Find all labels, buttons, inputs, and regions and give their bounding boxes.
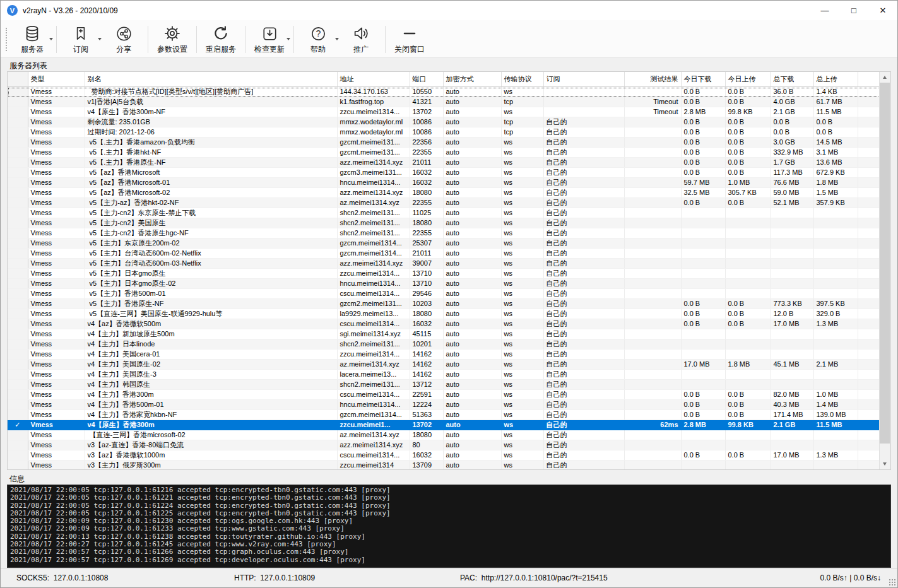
scrollbar-thumb[interactable] [880, 83, 890, 444]
table-row[interactable]: Vmessv3【az】香港微软1000mcscu.meimei1314...16… [8, 450, 880, 461]
cell-total_down: 171.4 MB [771, 410, 813, 420]
toolbar-button-promotion[interactable]: 推广 [340, 21, 382, 57]
table-row[interactable]: Vmess v5【主力】日本gmo原生-02hncu.meimei1314...… [8, 279, 880, 289]
toolbar-button-restart[interactable]: 重启服务 [199, 21, 242, 57]
column-header-network[interactable]: 传输协议 [501, 72, 543, 87]
row-marker-cell [8, 249, 28, 259]
cell-type: Vmess [28, 461, 85, 470]
table-row[interactable]: Vmessv4【主力】美国原生-3lacera.meimei13...14162… [8, 370, 880, 380]
column-header-today_down[interactable]: 今日下载 [681, 72, 725, 87]
scroll-up-button[interactable] [880, 72, 890, 83]
table-row[interactable]: Vmess v5【az】香港Microsoft-01hncu.meimei131… [8, 178, 880, 188]
cell-today_up [725, 461, 771, 470]
table-row[interactable]: Vmess 【直连-三网】香港microsoft-02az.meimei1314… [8, 430, 880, 440]
table-row[interactable]: Vmessv1|香港|A|5台负载k1.fastfrog.top41321aut… [8, 97, 880, 107]
table-row[interactable]: Vmessv3【az-直连】香港-80端口免流azz.meimei1314.xy… [8, 440, 880, 450]
table-row[interactable]: Vmessv4【原生】香港300m-NFzzcu.meimei1314...13… [8, 107, 880, 117]
table-row[interactable]: Vmessv4【主力】香港500m-01hncu.meimei1314...12… [8, 400, 880, 410]
column-header-type[interactable]: 类型 [28, 72, 85, 87]
table-row[interactable]: Vmessv4【az】香港微软500mcscu.meimei1314...160… [8, 319, 880, 329]
table-row[interactable]: Vmess v5【主力-az】香港hkt-02-NFaz.meimei1314.… [8, 198, 880, 208]
toolbar-button-help[interactable]: ? 帮助 [297, 21, 340, 57]
triangle-up-icon [883, 76, 887, 79]
cell-network: ws [501, 269, 543, 279]
cell-type: Vmess [28, 339, 85, 350]
table-row[interactable]: Vmess v5【主力】东京原生200m-02gzcm.meimei1314..… [8, 238, 880, 249]
table-row[interactable]: Vmessv4【主力】香港300mcscu.meimei1314...22591… [8, 390, 880, 400]
toolbar-grip[interactable] [6, 28, 7, 51]
column-header-test_result[interactable]: 测试结果 [624, 72, 681, 87]
table-row[interactable]: Vmessv4【主力】香港家宽hkbn-NFgzcm.meimei1314...… [8, 410, 880, 420]
table-row[interactable]: Vmessv4【主力】新加坡原生500msgi.meimei1314.xyz45… [8, 329, 880, 339]
vertical-scrollbar[interactable] [879, 72, 890, 469]
column-header-rowheader[interactable] [8, 72, 28, 87]
table-row[interactable]: ✓Vmessv4【原生】香港300mzzcu.meimei1...13702au… [8, 420, 880, 430]
cell-today_up: 0.0 B [725, 390, 771, 400]
column-header-port[interactable]: 端口 [410, 72, 443, 87]
close-button[interactable]: ✕ [868, 1, 897, 20]
table-row[interactable]: Vmess剩余流量: 235.01GBmmxz.wodetaylor.ml100… [8, 117, 880, 127]
cell-today_down: 0.0 B [681, 158, 725, 168]
column-header-security[interactable]: 加密方式 [443, 72, 501, 87]
cell-total_down: 4.0 GB [771, 97, 813, 107]
svg-text:?: ? [316, 28, 321, 38]
table-row[interactable]: Vmess v5【.主力】香港原生-NFazz.meimei1314.xyz21… [8, 158, 880, 168]
header-row: 类型别名地址端口加密方式传输协议订阅测试结果今日下载今日上传总下载总上传 [8, 72, 880, 87]
cell-today_down: 2.8 MB [681, 420, 725, 430]
cell-filler [858, 269, 880, 279]
table-row[interactable]: Vmess v5【az】香港Microsoftgzcm3.meimei131..… [8, 168, 880, 178]
table-row[interactable]: Vmess v5【主力】香港500m-01cscu.meimei1314...2… [8, 289, 880, 299]
table-row[interactable]: Vmess 赞助商:对接节点格式[ID][类型s/v/t][地区][赞助商广告]… [8, 87, 880, 97]
cell-total_up [813, 279, 858, 289]
table-row[interactable]: Vmess v5【az】香港Microsoft-02azz.meimei1314… [8, 188, 880, 198]
cell-total_down: 59.0 MB [771, 188, 813, 198]
table-row[interactable]: Vmessv4【主力】美国原生-02az.meimei1314.xyz14162… [8, 360, 880, 370]
toolbar-button-servers[interactable]: 服务器 [11, 21, 54, 57]
toolbar-button-check-update[interactable]: 检查更新 [248, 21, 291, 57]
column-header-total_down[interactable]: 总下载 [771, 72, 813, 87]
table-row[interactable]: Vmess v5【.主力】香港hkt-NFgzcmt.meimei131...2… [8, 148, 880, 158]
table-row[interactable]: Vmess v5【主力】台湾动态600m-03-Netflixazz.meime… [8, 259, 880, 269]
cell-total_down [771, 208, 813, 218]
table-row[interactable]: Vmessv4【主力】美国cera-01zzcu.meimei1314...14… [8, 350, 880, 360]
table-row[interactable]: Vmess v5【.主力】香港amazon-负载均衡gzcmt.meimei13… [8, 138, 880, 148]
table-row[interactable]: Vmess v5【直连-三网】美国原生-联通9929-hulu等la9929.m… [8, 309, 880, 319]
column-header-address[interactable]: 地址 [337, 72, 410, 87]
cell-port: 13710 [410, 269, 443, 279]
table-row[interactable]: Vmessv3【主力】俄罗斯300mzzcu.meimei131413709au… [8, 461, 880, 470]
cell-port: 51363 [410, 410, 443, 420]
toolbar-button-settings[interactable]: 参数设置 [151, 21, 194, 57]
resize-grip[interactable] [889, 579, 895, 585]
column-header-total_up[interactable]: 总上传 [813, 72, 858, 87]
toolbar-button-subscription[interactable]: 订阅 [59, 21, 102, 57]
toolbar-button-close-window[interactable]: 关闭窗口 [388, 21, 431, 57]
table-row[interactable]: Vmess v5【主力】香港原生-NFgzcm2.meimei131...102… [8, 299, 880, 309]
table-row[interactable]: Vmessv4【主力】日本linodeshcn2.meimei131...102… [8, 339, 880, 350]
toolbar-button-share[interactable]: 分享 [102, 21, 145, 57]
table-row[interactable]: Vmessv4【主力】韩国原生shcn2.meimei131...13712au… [8, 380, 880, 390]
cell-type: Vmess [28, 168, 85, 178]
table-row[interactable]: Vmess v5【主力-cn2】东京原生-禁止下载shcn2.meimei131… [8, 208, 880, 218]
toolbar-separator [245, 26, 245, 53]
cell-test_result [624, 127, 681, 138]
cell-today_up: 0.0 B [725, 148, 771, 158]
table-row[interactable]: Vmess v5【主力-cn2】香港原生hgc-NFshcn2.meimei13… [8, 228, 880, 238]
cell-port: 14162 [410, 350, 443, 360]
column-header-subscription[interactable]: 订阅 [543, 72, 624, 87]
table-row[interactable]: Vmess v5【主力】台湾动态600m-02-Netflixgzcm.meim… [8, 249, 880, 259]
table-row[interactable]: Vmess v5【主力-cn2】美国原生shcn2.meimei131...18… [8, 218, 880, 228]
minimize-button[interactable]: — [810, 1, 839, 20]
cell-address: zzcu.meimei1... [337, 420, 410, 430]
cell-today_up: 0.0 B [725, 450, 771, 461]
cell-test_result [624, 390, 681, 400]
column-header-alias[interactable]: 别名 [85, 72, 337, 87]
column-header-filler [858, 72, 880, 87]
table-row[interactable]: Vmess v5【主力】日本gmo原生zzcu.meimei1314...137… [8, 269, 880, 279]
cell-subscription: 自己的 [543, 350, 624, 360]
socks5-label: SOCKS5: [16, 573, 49, 582]
scroll-down-button[interactable] [880, 459, 890, 469]
cell-subscription: 自己的 [543, 380, 624, 390]
column-header-today_up[interactable]: 今日上传 [725, 72, 771, 87]
maximize-button[interactable]: □ [839, 1, 868, 20]
table-row[interactable]: Vmess过期时间: 2021-12-06mmxz.wodetaylor.ml1… [8, 127, 880, 138]
